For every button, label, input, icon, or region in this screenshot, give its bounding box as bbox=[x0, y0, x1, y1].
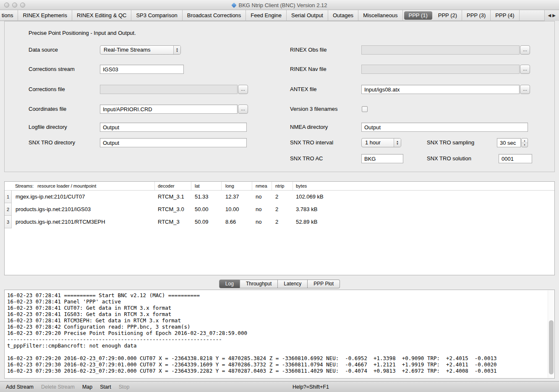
combo-arrows-icon: ▲▼ bbox=[394, 139, 401, 147]
version3-filenames-checkbox[interactable] bbox=[362, 106, 368, 112]
data-source-value: Real-Time Streams bbox=[100, 46, 173, 54]
row-number: 1 bbox=[5, 191, 12, 203]
rinex-obs-file-browse-button[interactable]: ... bbox=[520, 45, 530, 55]
header-decoder: decoder bbox=[155, 182, 191, 190]
log-line: 16-02-23 07:28:41 Panel 'PPP' active bbox=[7, 298, 554, 305]
tab-scroll-control: ◀ ▶ bbox=[544, 10, 559, 21]
stream-row[interactable]: 2 products.igs-ip.net:2101/IGS03 RTCM_3.… bbox=[5, 203, 554, 216]
tab-ppp-2[interactable]: PPP (2) bbox=[434, 10, 462, 21]
data-source-select[interactable]: Real-Time Streams ▲▼ bbox=[100, 45, 181, 55]
tab-ppp-plot[interactable]: PPP Plot bbox=[308, 280, 340, 288]
rinex-nav-file-browse-button[interactable]: ... bbox=[520, 65, 530, 74]
rinex-nav-file-input bbox=[361, 65, 520, 74]
stream-row[interactable]: 3 products.igs-ip.net:2101/RTCM3EPH RTCM… bbox=[5, 216, 554, 228]
tab-scroll-right-icon[interactable]: ▶ bbox=[552, 13, 556, 18]
antex-file-input[interactable] bbox=[361, 85, 520, 94]
header-long: long bbox=[222, 182, 252, 190]
coordinates-file-label: Coordinates file bbox=[29, 105, 66, 114]
header-ntrip: ntrip bbox=[272, 182, 293, 190]
tab-scroll-left-icon[interactable]: ◀ bbox=[548, 13, 551, 18]
version3-filenames-label: Version 3 filenames bbox=[290, 105, 337, 114]
cell-mountpoint: products.igs-ip.net:2101/RTCM3EPH bbox=[12, 216, 155, 228]
nmea-directory-label: NMEA directory bbox=[290, 123, 328, 132]
nmea-directory-input[interactable] bbox=[361, 123, 528, 132]
log-line: 16-02-23 07:28:41 CUT07: Get data in RTC… bbox=[7, 305, 554, 311]
log-line: 16-02-23 07:28:41 IGS03: Get data in RTC… bbox=[7, 311, 554, 317]
log-line: t_pppFilter::cmpBancroft: not enough dat… bbox=[7, 342, 554, 349]
snx-tro-sampling-label: SNX TRO sampling bbox=[427, 138, 474, 147]
ppp-input-output-panel: Precise Point Positioning - Input and Ou… bbox=[4, 21, 555, 172]
snx-tro-ac-input[interactable] bbox=[361, 154, 403, 163]
cell-ntrip: 2 bbox=[272, 191, 293, 203]
map-button[interactable]: Map bbox=[82, 384, 92, 390]
tab-outages[interactable]: Outages bbox=[328, 10, 358, 21]
tab-miscellaneous[interactable]: Miscellaneous bbox=[358, 10, 402, 21]
panel-heading: Precise Point Positioning - Input and Ou… bbox=[29, 30, 136, 36]
app-icon bbox=[231, 3, 237, 8]
corrections-file-browse-button[interactable]: ... bbox=[238, 85, 248, 94]
rinex-nav-file-label: RINEX Nav file bbox=[290, 65, 327, 74]
tab-rinex-observations[interactable]: tions bbox=[0, 10, 18, 21]
rinex-obs-file-input bbox=[361, 45, 520, 55]
tab-rinex-editing-qc[interactable]: RINEX Editing & QC bbox=[72, 10, 132, 21]
titlebar: BKG Ntrip Client (BNC) Version 2.12 bbox=[0, 0, 559, 10]
title-wrap: BKG Ntrip Client (BNC) Version 2.12 bbox=[0, 0, 559, 10]
tab-throughput[interactable]: Throughput bbox=[240, 280, 278, 288]
cell-nmea: no bbox=[252, 191, 272, 203]
antex-file-browse-button[interactable]: ... bbox=[520, 85, 530, 94]
window-title: BKG Ntrip Client (BNC) Version 2.12 bbox=[239, 2, 327, 8]
streams-table-header: Streams: resource loader / mountpoint de… bbox=[5, 182, 554, 191]
snx-tro-sampling-spinner[interactable]: ▲▼ bbox=[521, 138, 528, 147]
corrections-stream-input[interactable] bbox=[100, 65, 184, 74]
coordinates-file-browse-button[interactable]: ... bbox=[238, 105, 248, 114]
rinex-obs-file-label: RINEX Obs file bbox=[290, 45, 327, 55]
tab-ppp-1[interactable]: PPP (1) bbox=[404, 11, 432, 20]
log-view[interactable]: 16-02-23 07:28:41 ========== Start BNC v… bbox=[4, 290, 555, 379]
log-line: 16-02-23 07:29:30 2016-02-23_07:29:01.00… bbox=[7, 361, 554, 368]
corrections-stream-label: Corrections stream bbox=[29, 65, 75, 74]
corrections-file-label: Corrections file bbox=[29, 85, 65, 94]
stop-button: Stop bbox=[119, 384, 130, 390]
snx-tro-solution-input[interactable] bbox=[499, 154, 532, 163]
tab-ppp-3[interactable]: PPP (3) bbox=[462, 10, 491, 21]
combo-arrows-icon: ▲▼ bbox=[173, 46, 180, 54]
log-scrollbar-thumb[interactable] bbox=[549, 320, 554, 374]
logfile-directory-label: Logfile directory bbox=[29, 123, 67, 132]
tab-latency[interactable]: Latency bbox=[278, 280, 308, 288]
streams-table: Streams: resource loader / mountpoint de… bbox=[4, 181, 555, 275]
status-bar: Add Stream Delete Stream Map Start Stop … bbox=[0, 381, 559, 392]
snx-tro-interval-select[interactable]: 1 hour ▲▼ bbox=[361, 138, 401, 147]
header-bytes: bytes bbox=[293, 182, 554, 190]
cell-mountpoint: mgex.igs-ip.net:2101/CUT07 bbox=[12, 191, 155, 203]
tab-broadcast-corrections[interactable]: Broadcast Corrections bbox=[183, 10, 246, 21]
coordinates-file-input[interactable] bbox=[100, 105, 238, 114]
cell-bytes: 52.89 kB bbox=[293, 216, 554, 228]
tab-ppp-4[interactable]: PPP (4) bbox=[491, 10, 519, 21]
row-number: 2 bbox=[5, 203, 12, 216]
tab-feed-engine[interactable]: Feed Engine bbox=[246, 10, 287, 21]
snx-tro-sampling-spinbox[interactable] bbox=[497, 138, 521, 147]
cell-lat: 50.09 bbox=[191, 216, 222, 228]
start-button[interactable]: Start bbox=[100, 384, 111, 390]
antex-file-label: ANTEX file bbox=[290, 85, 317, 94]
tab-rinex-ephemeris[interactable]: RINEX Ephemeris bbox=[18, 10, 72, 21]
log-line: 16-02-23 07:28:41 ========== Start BNC v… bbox=[7, 292, 554, 298]
log-scrollbar[interactable] bbox=[548, 290, 554, 378]
stream-row[interactable]: 1 mgex.igs-ip.net:2101/CUT07 RTCM_3.1 51… bbox=[5, 191, 554, 203]
log-tab-bar: Log Throughput Latency PPP Plot bbox=[0, 280, 559, 288]
log-line bbox=[7, 349, 554, 355]
snx-tro-directory-input[interactable] bbox=[100, 138, 247, 147]
add-stream-button[interactable]: Add Stream bbox=[6, 384, 34, 390]
tab-sp3-comparison[interactable]: SP3 Comparison bbox=[131, 10, 182, 21]
tab-serial-output[interactable]: Serial Output bbox=[287, 10, 328, 21]
cell-long: 8.66 bbox=[222, 216, 252, 228]
snx-tro-interval-value: 1 hour bbox=[362, 139, 394, 147]
cell-lat: 50.00 bbox=[191, 203, 222, 216]
delete-stream-button: Delete Stream bbox=[41, 384, 75, 390]
snx-tro-solution-label: SNX TRO solution bbox=[427, 154, 471, 163]
cell-long: 10.00 bbox=[222, 203, 252, 216]
logfile-directory-input[interactable] bbox=[100, 123, 247, 132]
cell-bytes: 3.783 kB bbox=[293, 203, 554, 216]
tab-log[interactable]: Log bbox=[219, 280, 240, 288]
cell-ntrip: 2 bbox=[272, 203, 293, 216]
